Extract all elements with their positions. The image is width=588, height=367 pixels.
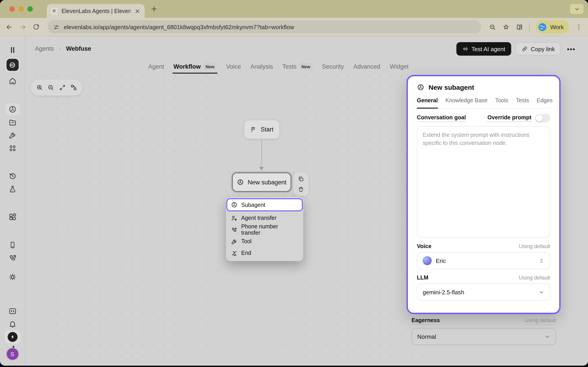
outbound-calls-icon[interactable] — [8, 254, 17, 262]
minimize-window-button[interactable] — [18, 6, 24, 12]
override-prompt-toggle[interactable] — [535, 114, 550, 123]
menu-item-phone-number-transfer[interactable]: Phone number transfer — [228, 224, 302, 235]
chevron-down-icon — [545, 334, 550, 339]
tab-voice[interactable]: Voice — [226, 63, 241, 70]
apps-grid-icon[interactable] — [8, 144, 17, 152]
panel-tab-tools[interactable]: Tools — [495, 97, 508, 108]
tab-workflow[interactable]: WorkflowNew — [174, 63, 217, 70]
panel-tab-edges[interactable]: Edges — [537, 97, 553, 108]
status-dot — [12, 346, 14, 348]
panel-tab-knowledge-base[interactable]: Knowledge Base — [445, 97, 488, 108]
url-text: elevenlabs.io/app/agents/agents/agent_68… — [64, 24, 294, 30]
zoom-out-icon[interactable] — [489, 23, 496, 31]
eagerness-select[interactable]: Normal — [411, 328, 556, 345]
wrench-icon — [231, 238, 238, 245]
llm-label: LLM — [417, 275, 428, 281]
tools-wrench-icon[interactable] — [8, 131, 17, 140]
phone-numbers-icon[interactable] — [8, 241, 16, 249]
panel-tabs: General Knowledge Base Tools Tests Edges — [417, 97, 550, 108]
chevron-right-icon — [58, 46, 62, 51]
panel-tab-general[interactable]: General — [417, 97, 438, 108]
conversation-goal-input[interactable] — [417, 126, 550, 238]
profile-label: Work — [550, 24, 564, 30]
conversation-goal-row: Conversation goal Override prompt — [417, 114, 550, 123]
tab-security[interactable]: Security — [322, 63, 344, 70]
forward-icon[interactable] — [19, 23, 26, 31]
lab-flask-icon[interactable] — [8, 185, 17, 193]
workflow-edge — [261, 139, 262, 167]
bookmark-star-icon[interactable] — [502, 23, 510, 31]
voice-status: Using default — [519, 243, 550, 250]
delete-node-icon[interactable] — [298, 186, 304, 192]
workflow-canvas[interactable]: Start New subagent Subagent — [25, 75, 428, 365]
link-icon — [521, 46, 528, 52]
profile-button[interactable]: Work — [536, 20, 569, 34]
new-tab-icon[interactable] — [150, 5, 158, 13]
elevenlabs-logo-icon[interactable] — [9, 46, 16, 54]
panel-header: New subagent — [417, 83, 550, 91]
duplicate-node-icon[interactable] — [298, 176, 304, 182]
menu-item-subagent[interactable]: Subagent — [226, 198, 303, 211]
edge-arrowhead-icon — [259, 167, 264, 170]
address-bar[interactable]: elevenlabs.io/app/agents/agents/agent_68… — [48, 20, 481, 34]
notifications-bell-icon[interactable] — [8, 320, 17, 328]
app-body: S Agents Webfuse Test AI agent Copy link — [0, 36, 588, 365]
tab-search-button[interactable] — [570, 4, 584, 14]
fit-view-icon[interactable] — [59, 84, 66, 91]
reload-icon[interactable] — [32, 23, 40, 31]
tab-advanced[interactable]: Advanced — [353, 63, 380, 70]
zoom-in-icon[interactable] — [36, 84, 43, 91]
header-more-menu-icon[interactable]: ••• — [565, 45, 577, 53]
test-ai-agent-button[interactable]: Test AI agent — [456, 42, 511, 56]
zoom-out-icon[interactable] — [47, 84, 55, 91]
voice-select[interactable]: Eric — [417, 252, 550, 269]
start-node[interactable]: Start — [244, 120, 280, 139]
menu-item-end[interactable]: End — [228, 247, 302, 259]
breadcrumb-agents[interactable]: Agents — [35, 45, 54, 52]
close-tab-icon[interactable] — [134, 8, 141, 14]
agents-product-icon[interactable] — [4, 57, 21, 73]
auto-layout-icon[interactable] — [70, 84, 77, 91]
new-badge: New — [299, 63, 312, 70]
llm-row: LLM Using default — [417, 275, 550, 281]
history-icon[interactable] — [8, 172, 17, 180]
sidebar-item-agents[interactable] — [5, 103, 20, 115]
lightning-icon — [10, 334, 15, 340]
projects-folder-icon[interactable] — [8, 118, 17, 126]
start-node-label: Start — [260, 126, 273, 133]
menu-item-tool[interactable]: Tool — [228, 235, 302, 247]
maximize-window-button[interactable] — [27, 6, 33, 12]
agent-face-icon — [8, 105, 17, 114]
profile-globe-icon — [538, 22, 547, 32]
end-call-icon — [231, 250, 238, 256]
tab-agent[interactable]: Agent — [148, 63, 164, 70]
panel-tab-tests[interactable]: Tests — [516, 97, 529, 108]
avatar-initial: S — [7, 348, 18, 360]
subagent-node[interactable]: New subagent — [232, 173, 291, 192]
tab-analysis[interactable]: Analysis — [251, 63, 273, 70]
browser-tab[interactable]: II ElevenLabs Agents | ElevenLa — [47, 4, 145, 18]
chevron-up-down-icon — [539, 258, 545, 264]
close-window-button[interactable] — [9, 6, 15, 12]
menu-item-agent-transfer[interactable]: Agent transfer — [228, 212, 302, 224]
browser-menu-icon[interactable] — [575, 23, 583, 31]
user-avatar[interactable]: S — [7, 348, 18, 360]
copy-link-button[interactable]: Copy link — [516, 42, 561, 56]
toolbar-actions: Work — [489, 20, 583, 34]
code-embed-icon[interactable] — [8, 307, 17, 315]
waveform-icon — [462, 46, 468, 52]
tab-tests[interactable]: TestsNew — [282, 63, 312, 70]
eagerness-value: Normal — [417, 333, 436, 340]
new-badge: New — [203, 63, 217, 70]
upgrade-button[interactable] — [4, 330, 20, 344]
integrations-blocks-icon[interactable] — [8, 213, 17, 221]
llm-select[interactable]: gemini-2.5-flash — [417, 284, 550, 300]
back-icon[interactable] — [5, 23, 13, 31]
tab-widget[interactable]: Widget — [390, 63, 408, 70]
reading-list-icon[interactable] — [516, 23, 523, 31]
home-icon[interactable] — [8, 77, 17, 85]
site-settings-icon[interactable] — [53, 24, 60, 30]
subagent-node-label: New subagent — [248, 179, 286, 185]
conversation-goal-label: Conversation goal — [417, 114, 466, 122]
settings-gear-icon[interactable] — [8, 273, 17, 281]
